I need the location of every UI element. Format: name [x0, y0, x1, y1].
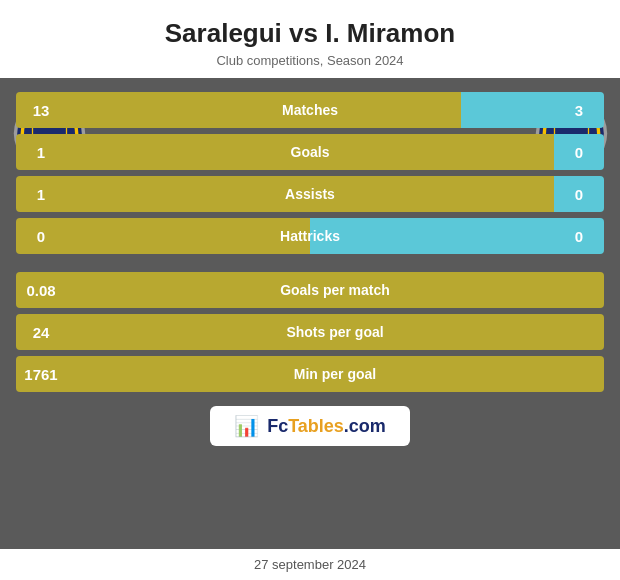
stat-row-shots_per_goal: 24Shots per goal [16, 314, 604, 350]
stat-bar-hattricks: Hattricks [66, 218, 554, 254]
stat-right-assists: 0 [554, 176, 604, 212]
stat-row-min_per_goal: 1761Min per goal [16, 356, 604, 392]
stat-bar-goals_per_match: Goals per match [66, 272, 604, 308]
stat-bar-min_per_goal: Min per goal [66, 356, 604, 392]
stat-right-hattricks: 0 [554, 218, 604, 254]
stat-row-hattricks: 0Hattricks0 [16, 218, 604, 254]
stat-label-shots_per_goal: Shots per goal [286, 324, 383, 340]
header: Saralegui vs I. Miramon Club competition… [0, 0, 620, 78]
stat-left-goals_per_match: 0.08 [16, 272, 66, 308]
stat-label-matches: Matches [282, 102, 338, 118]
stat-right-matches: 3 [554, 92, 604, 128]
stat-bar-matches: Matches [66, 92, 554, 128]
stat-left-min_per_goal: 1761 [16, 356, 66, 392]
watermark-icon: 📊 [234, 414, 259, 438]
stats-area: 13Matches31Goals01Assists00Hattricks00.0… [16, 92, 604, 392]
main-content: CABJ BOCA JUNIORS CABJ BOCA JUNIORS 13Ma… [0, 78, 620, 549]
stat-bar-goals: Goals [66, 134, 554, 170]
subtitle: Club competitions, Season 2024 [20, 53, 600, 68]
stat-left-matches: 13 [16, 92, 66, 128]
stat-bar-shots_per_goal: Shots per goal [66, 314, 604, 350]
stat-row-assists: 1Assists0 [16, 176, 604, 212]
page-title: Saralegui vs I. Miramon [20, 18, 600, 49]
watermark-text: FcTables.com [267, 416, 386, 437]
stat-label-goals: Goals [291, 144, 330, 160]
stat-label-hattricks: Hattricks [280, 228, 340, 244]
stat-left-goals: 1 [16, 134, 66, 170]
stat-label-assists: Assists [285, 186, 335, 202]
footer: 27 september 2024 [0, 549, 620, 580]
stat-row-goals_per_match: 0.08Goals per match [16, 272, 604, 308]
stat-row-matches: 13Matches3 [16, 92, 604, 128]
stat-right-goals: 0 [554, 134, 604, 170]
stat-left-hattricks: 0 [16, 218, 66, 254]
stat-label-goals_per_match: Goals per match [280, 282, 390, 298]
stat-label-min_per_goal: Min per goal [294, 366, 376, 382]
stat-bar-assists: Assists [66, 176, 554, 212]
stat-row-goals: 1Goals0 [16, 134, 604, 170]
stat-left-shots_per_goal: 24 [16, 314, 66, 350]
footer-date: 27 september 2024 [254, 557, 366, 572]
watermark: 📊 FcTables.com [210, 406, 410, 446]
stat-left-assists: 1 [16, 176, 66, 212]
